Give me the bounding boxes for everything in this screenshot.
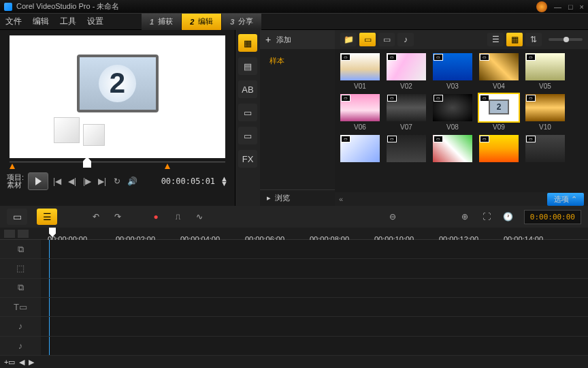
menu-tools[interactable]: 工具 xyxy=(60,16,76,27)
thumb-V04[interactable]: ▭V04 xyxy=(479,53,519,90)
timeline-ruler[interactable]: 00:00:00:0000:00:02:0000:00:04:0000:00:0… xyxy=(0,228,588,240)
track-head-icon[interactable]: ⧉ xyxy=(0,279,41,297)
lib-category-0[interactable]: ▦ xyxy=(238,34,257,52)
ruler-btn-2[interactable] xyxy=(18,230,29,238)
color-wheel-icon[interactable] xyxy=(536,1,547,12)
track-3[interactable]: T▭ xyxy=(0,298,588,317)
view-thumb-button[interactable]: ▦ xyxy=(506,33,523,46)
track-1[interactable]: ⬚ xyxy=(0,259,588,278)
playback-controls: 项目:素材 |◀ ◀| |▶ ▶| ↻ 🔊 00:00:05:01 ▲▼ xyxy=(7,172,228,191)
thumb-V10[interactable]: ▭V10 xyxy=(525,94,565,131)
library-category-stack: ▦▤AB▭▭FX xyxy=(235,30,260,206)
maximize-button[interactable]: □ xyxy=(568,3,573,11)
timeline-view-button[interactable]: ☰ xyxy=(37,209,57,225)
clock-icon[interactable]: 🕐 xyxy=(502,211,514,223)
sort-button[interactable]: ⇅ xyxy=(525,33,542,46)
track-head-icon[interactable]: ⧉ xyxy=(0,240,41,258)
timeline-toolbar: ▭ ☰ ↶ ↷ ● ⎍ ∿ ⊖ ⊕ ⛶ 🕐 0:00:00:00 xyxy=(0,206,588,228)
lib-category-1[interactable]: ▤ xyxy=(238,57,257,75)
thumb-10[interactable]: ▭ xyxy=(340,135,380,162)
audio-mixer-button[interactable]: ⎍ xyxy=(172,211,184,223)
workflow-steps: 1捕获 2编辑 3分享 xyxy=(142,14,261,30)
view-list-button[interactable]: ☰ xyxy=(487,33,504,46)
zoom-out-button[interactable]: ⊖ xyxy=(387,211,399,223)
thumb-14[interactable]: ▭ xyxy=(525,135,565,162)
undo-button[interactable]: ↶ xyxy=(90,211,102,223)
goto-end-button[interactable]: ▶| xyxy=(96,175,108,187)
thumbnail-grid: ▭V01▭V02▭V03▭V04▭V05▭V06▭V07▭V08▭2V09▭V1… xyxy=(335,49,588,192)
gallery-toolbar: 📁 ▭ ▭ ♪ ☰ ▦ ⇅ xyxy=(335,30,588,49)
menubar: 文件 编辑 工具 设置 1捕获 2编辑 3分享 xyxy=(0,14,588,30)
menu-file[interactable]: 文件 xyxy=(5,16,22,27)
options-button[interactable]: 选项 ⌃ xyxy=(547,193,584,206)
volume-button[interactable]: 🔊 xyxy=(126,175,138,187)
preview-timecode[interactable]: 00:00:05:01 xyxy=(161,177,215,186)
lib-category-5[interactable]: FX xyxy=(238,150,257,168)
add-track-button[interactable]: +▭ xyxy=(4,358,15,367)
timeline-panel: ▭ ☰ ↶ ↷ ● ⎍ ∿ ⊖ ⊕ ⛶ 🕐 0:00:00:00 00:00:0… xyxy=(0,206,588,368)
thumb-13[interactable]: ▭ xyxy=(479,135,519,162)
scrub-slider[interactable] xyxy=(10,157,225,168)
next-frame-button[interactable]: |▶ xyxy=(81,175,93,187)
repeat-button[interactable]: ↻ xyxy=(111,175,123,187)
step-share[interactable]: 3分享 xyxy=(222,14,261,30)
lib-category-3[interactable]: ▭ xyxy=(238,104,257,121)
library-folder-panel: +添加 样本 ▸浏览 xyxy=(260,30,335,206)
thumb-11[interactable]: ▭ xyxy=(387,135,426,162)
import-folder-button[interactable]: 📁 xyxy=(340,33,357,46)
titlebar: Corel VideoStudio Pro - 未命名 — □ × xyxy=(0,0,588,14)
track-head-icon[interactable]: T▭ xyxy=(0,298,41,316)
filter-audio-button[interactable]: ♪ xyxy=(397,33,414,46)
menu-edit[interactable]: 编辑 xyxy=(33,16,49,27)
auto-music-button[interactable]: ∿ xyxy=(193,211,206,223)
thumb-size-slider[interactable] xyxy=(549,38,583,41)
folder-sample[interactable]: 样本 xyxy=(260,49,335,73)
lib-category-2[interactable]: AB xyxy=(238,80,257,98)
track-2[interactable]: ⧉ xyxy=(0,279,588,298)
menu-settings[interactable]: 设置 xyxy=(87,16,103,27)
browse-button[interactable]: ▸浏览 xyxy=(260,189,335,206)
zoom-in-button[interactable]: ⊕ xyxy=(459,211,471,223)
record-button[interactable]: ● xyxy=(150,211,162,223)
step-edit[interactable]: 2编辑 xyxy=(182,14,221,30)
close-button[interactable]: × xyxy=(580,3,584,11)
timecode-stepper[interactable]: ▲▼ xyxy=(220,177,228,186)
track-head-icon[interactable]: ♪ xyxy=(0,337,41,355)
collapse-button[interactable]: « xyxy=(339,195,343,203)
ruler-btn-1[interactable] xyxy=(4,230,15,238)
thumb-V07[interactable]: ▭V07 xyxy=(387,94,426,131)
filter-video-button[interactable]: ▭ xyxy=(359,33,376,46)
scrub-thumb[interactable] xyxy=(83,157,91,168)
fit-project-button[interactable]: ⛶ xyxy=(480,211,493,223)
scroll-right-button[interactable]: ▶ xyxy=(29,358,34,367)
thumb-V06[interactable]: ▭V06 xyxy=(340,94,380,131)
add-folder-button[interactable]: +添加 xyxy=(260,30,335,49)
timeline-timecode[interactable]: 0:00:00:00 xyxy=(524,210,581,224)
thumb-V09[interactable]: ▭2V09 xyxy=(479,94,519,131)
window-title: Corel VideoStudio Pro - 未命名 xyxy=(16,1,536,12)
media-gallery: 📁 ▭ ▭ ♪ ☰ ▦ ⇅ ▭V01▭V02▭V03▭V04▭V05▭V06▭V… xyxy=(335,30,588,206)
thumb-V03[interactable]: ▭V03 xyxy=(433,53,472,90)
track-head-icon[interactable]: ⬚ xyxy=(0,259,41,277)
track-0[interactable]: ⧉ xyxy=(0,240,588,259)
storyboard-view-button[interactable]: ▭ xyxy=(7,209,27,225)
lib-category-4[interactable]: ▭ xyxy=(238,127,257,144)
filter-photo-button[interactable]: ▭ xyxy=(378,33,395,46)
preview-window[interactable]: 2 xyxy=(10,35,225,158)
thumb-V01[interactable]: ▭V01 xyxy=(340,53,380,90)
goto-start-button[interactable]: |◀ xyxy=(51,175,63,187)
thumb-V08[interactable]: ▭V08 xyxy=(433,94,472,131)
thumb-V02[interactable]: ▭V02 xyxy=(387,53,426,90)
prev-frame-button[interactable]: ◀| xyxy=(66,175,78,187)
track-5[interactable]: ♪ xyxy=(0,337,588,356)
step-capture[interactable]: 1捕获 xyxy=(142,14,181,30)
redo-button[interactable]: ↷ xyxy=(112,211,124,223)
play-button[interactable] xyxy=(28,172,48,190)
thumb-V05[interactable]: ▭V05 xyxy=(525,53,565,90)
browse-icon: ▸ xyxy=(267,194,271,202)
track-head-icon[interactable]: ♪ xyxy=(0,317,41,335)
track-4[interactable]: ♪ xyxy=(0,317,588,336)
minimize-button[interactable]: — xyxy=(554,3,561,11)
scroll-left-button[interactable]: ◀ xyxy=(19,358,24,367)
thumb-12[interactable]: ▭ xyxy=(433,135,472,162)
